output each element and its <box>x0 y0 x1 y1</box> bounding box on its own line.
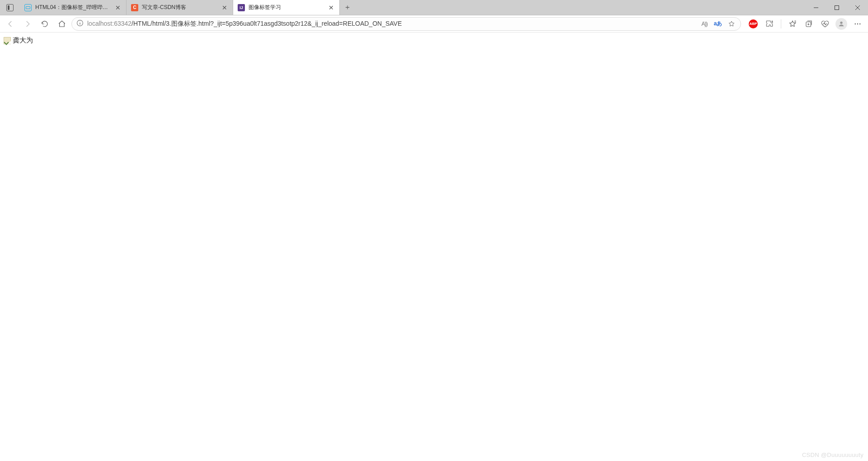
arrow-left-icon <box>6 20 14 28</box>
refresh-icon <box>41 20 49 28</box>
tab-title: 图像标签学习 <box>249 4 324 11</box>
toolbar: localhost:63342/HTML/html/3.图像标签.html?_i… <box>0 15 868 33</box>
minimize-button[interactable] <box>806 0 826 15</box>
svg-point-13 <box>840 21 842 23</box>
star-icon <box>728 20 735 28</box>
tab-actions-button[interactable] <box>0 0 20 15</box>
tab-bilibili[interactable]: HTML04：图像标签_哔哩哔哩_bi ✕ <box>20 0 127 15</box>
tab-active[interactable]: IJ 图像标签学习 ✕ <box>233 0 340 15</box>
profile-button[interactable] <box>834 17 849 31</box>
collections-button[interactable] <box>801 17 816 31</box>
arrow-right-icon <box>23 20 32 28</box>
svg-rect-1 <box>835 5 839 9</box>
close-icon <box>855 5 860 10</box>
svg-point-14 <box>855 23 856 24</box>
svg-point-15 <box>857 23 858 24</box>
broken-image: 龚大为 <box>4 36 33 45</box>
tabs: HTML04：图像标签_哔哩哔哩_bi ✕ C 写文章-CSDN博客 ✕ IJ … <box>20 0 340 15</box>
heartbeat-icon <box>821 20 829 28</box>
extensions-button[interactable] <box>762 17 777 31</box>
favorites-button[interactable] <box>785 17 800 31</box>
page-viewport: 龚大为 CSDN @Duuuuuuuuty <box>0 33 868 461</box>
close-tab-button[interactable]: ✕ <box>114 4 122 11</box>
maximize-icon <box>834 5 840 10</box>
url-host: localhost <box>87 20 112 27</box>
performance-button[interactable] <box>817 17 833 31</box>
tab-strip: HTML04：图像标签_哔哩哔哩_bi ✕ C 写文章-CSDN博客 ✕ IJ … <box>0 0 868 15</box>
broken-image-icon <box>4 37 11 44</box>
url-path: /HTML/html/3.图像标签.html?_ijt=5p396ua0lt71… <box>131 20 402 27</box>
watermark: CSDN @Duuuuuuuuty <box>802 452 863 458</box>
url-port: :63342 <box>112 20 131 27</box>
forward-button[interactable] <box>20 17 35 31</box>
toolbar-right: ABP <box>743 17 865 31</box>
window-controls <box>806 0 868 15</box>
csdn-icon: C <box>131 4 138 11</box>
svg-point-16 <box>859 23 860 24</box>
more-button[interactable] <box>850 17 865 31</box>
tab-title: 写文章-CSDN博客 <box>142 4 217 11</box>
new-tab-button[interactable]: ＋ <box>340 0 355 15</box>
collections-icon <box>805 20 813 28</box>
broken-image-alt: 龚大为 <box>13 36 33 45</box>
favorites-icon <box>788 20 797 28</box>
tab-actions-icon <box>6 4 14 11</box>
bilibili-icon <box>24 4 32 11</box>
home-icon <box>58 20 66 28</box>
back-button[interactable] <box>3 17 18 31</box>
address-bar-actions: A)) aあ <box>700 19 736 28</box>
home-button[interactable] <box>54 17 70 31</box>
read-aloud-button[interactable]: A)) <box>700 19 709 28</box>
intellij-icon: IJ <box>238 4 245 11</box>
adblock-button[interactable]: ABP <box>746 17 761 31</box>
site-info-icon[interactable] <box>76 19 84 28</box>
puzzle-icon <box>765 20 774 28</box>
translate-button[interactable]: aあ <box>713 19 723 28</box>
close-tab-button[interactable]: ✕ <box>221 4 228 11</box>
toolbar-divider <box>781 19 781 28</box>
close-window-button[interactable] <box>847 0 868 15</box>
minimize-icon <box>813 5 819 10</box>
url-text: localhost:63342/HTML/html/3.图像标签.html?_i… <box>87 20 402 28</box>
tab-csdn[interactable]: C 写文章-CSDN博客 ✕ <box>127 0 233 15</box>
close-tab-button[interactable]: ✕ <box>328 4 335 11</box>
maximize-button[interactable] <box>826 0 847 15</box>
favorite-button[interactable] <box>727 19 736 28</box>
abp-icon: ABP <box>749 19 758 28</box>
address-bar[interactable]: localhost:63342/HTML/html/3.图像标签.html?_i… <box>71 17 741 31</box>
avatar-icon <box>835 18 847 30</box>
more-icon <box>854 20 862 28</box>
tab-title: HTML04：图像标签_哔哩哔哩_bi <box>35 4 111 11</box>
refresh-button[interactable] <box>37 17 52 31</box>
